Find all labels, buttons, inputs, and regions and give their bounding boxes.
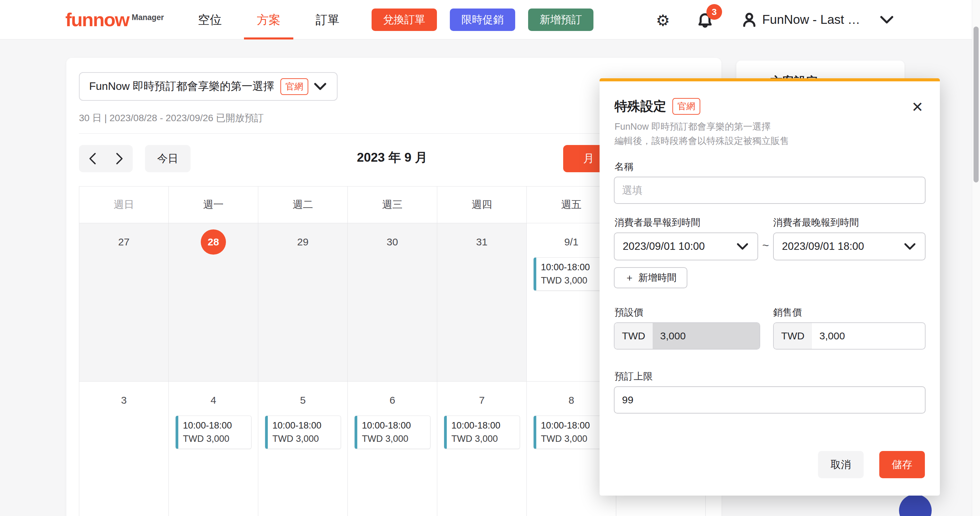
event-chip[interactable]: 10:00-18:00TWD 3,000 (265, 416, 341, 449)
event-time: 10:00-18:00 (452, 420, 520, 431)
sale-price-label: 銷售價 (773, 306, 802, 319)
event-price: TWD 3,000 (362, 434, 430, 444)
event-time: 10:00-18:00 (541, 262, 609, 272)
calendar-day-cell[interactable]: 410:00-18:00TWD 3,000 (169, 382, 258, 516)
today-date-number: 28 (201, 229, 226, 255)
date-number: 7 (469, 388, 495, 413)
chevron-down-icon (736, 242, 749, 250)
event-price: TWD 3,000 (452, 434, 520, 444)
official-site-badge: 官網 (672, 98, 700, 115)
save-button[interactable]: 儲存 (879, 451, 925, 478)
new-booking-button[interactable]: 新增預訂 (528, 8, 593, 31)
user-icon (742, 11, 757, 28)
calendar-day-cell[interactable]: 510:00-18:00TWD 3,000 (258, 382, 348, 516)
main-nav: 空位 方案 訂單 (180, 0, 357, 40)
date-number: 5 (290, 388, 315, 413)
date-number: 8 (559, 388, 584, 413)
modal-description-line2: 編輯後，該時段將會以特殊設定被獨立販售 (614, 134, 789, 148)
calendar-day-cell[interactable]: 710:00-18:00TWD 3,000 (437, 382, 527, 516)
weekday-header: 週二 (258, 186, 348, 223)
flash-promo-button[interactable]: 限時促銷 (450, 8, 515, 31)
earliest-checkin-label: 消費者最早報到時間 (614, 216, 700, 229)
event-time: 10:00-18:00 (272, 420, 340, 431)
logo-text: funnow (65, 10, 129, 29)
date-number: 4 (201, 388, 226, 413)
date-number: 31 (469, 229, 495, 255)
booking-limit-label: 預訂上限 (614, 370, 653, 383)
date-number: 3 (111, 388, 137, 413)
plan-selector-value: FunNow 即時預訂都會享樂的第一選擇 (89, 79, 274, 94)
weekday-header: 週三 (348, 186, 437, 223)
default-price-value: 3,000 (653, 323, 759, 349)
weekday-header: 週日 (79, 186, 169, 223)
calendar-day-cell[interactable]: 3 (79, 382, 169, 516)
modal-description-line1: FunNow 即時預訂都會享樂的第一選擇 (614, 119, 789, 134)
logo-manager-label: Manager (132, 13, 164, 22)
event-chip[interactable]: 10:00-18:00TWD 3,000 (444, 416, 520, 449)
close-icon[interactable]: ✕ (909, 99, 926, 115)
default-price-label: 預設價 (614, 306, 643, 319)
nav-item-orders[interactable]: 訂單 (298, 0, 357, 40)
calendar-day-cell[interactable]: 28 (169, 223, 258, 382)
special-settings-modal: 特殊設定 官網 ✕ FunNow 即時預訂都會享樂的第一選擇 編輯後，該時段將會… (600, 78, 940, 495)
cancel-button[interactable]: 取消 (818, 451, 864, 478)
event-time: 10:00-18:00 (541, 420, 609, 431)
plan-date-range-summary: 30 日 | 2023/08/28 - 2023/09/26 已開放預訂 (79, 111, 264, 124)
settings-gear-icon[interactable]: ⚙ (654, 11, 672, 29)
weekday-header: 週四 (437, 186, 527, 223)
date-number: 9/1 (559, 229, 584, 255)
event-price: TWD 3,000 (183, 434, 251, 444)
event-price: TWD 3,000 (272, 434, 340, 444)
latest-checkin-value: 2023/09/01 18:00 (782, 240, 864, 253)
earliest-checkin-select[interactable]: 2023/09/01 10:00 (614, 233, 758, 260)
calendar-day-cell[interactable]: 31 (437, 223, 527, 382)
chevron-down-icon (903, 242, 917, 250)
chevron-down-icon (879, 15, 894, 24)
nav-item-plans[interactable]: 方案 (239, 0, 298, 40)
event-chip[interactable]: 10:00-18:00TWD 3,000 (176, 416, 251, 449)
calendar-day-cell[interactable]: 30 (348, 223, 437, 382)
modal-title: 特殊設定 (614, 98, 666, 115)
official-site-badge: 官網 (280, 78, 308, 95)
add-time-label: 新增時間 (638, 271, 676, 284)
chevron-down-icon (313, 82, 327, 91)
date-number: 29 (290, 229, 315, 255)
event-chip[interactable]: 10:00-18:00TWD 3,000 (355, 416, 430, 449)
earliest-checkin-value: 2023/09/01 10:00 (623, 240, 705, 253)
name-input[interactable] (614, 177, 926, 204)
plan-selector[interactable]: FunNow 即時預訂都會享樂的第一選擇 官網 (79, 72, 337, 101)
currency-prefix: TWD (614, 323, 653, 349)
top-navbar: funnow Manager 空位 方案 訂單 兌換訂單 限時促銷 新增預訂 ⚙… (0, 0, 980, 40)
chat-fab-button[interactable] (899, 494, 932, 516)
date-number: 6 (380, 388, 405, 413)
event-time: 10:00-18:00 (183, 420, 251, 431)
default-price-field: TWD 3,000 (614, 322, 760, 350)
event-chip[interactable]: 10:00-18:00TWD 3,000 (533, 416, 609, 449)
latest-checkin-label: 消費者最晚報到時間 (773, 216, 859, 229)
date-number: 30 (380, 229, 405, 255)
page-scrollbar-thumb[interactable] (974, 27, 978, 182)
page-scrollbar-track[interactable] (972, 0, 980, 516)
currency-prefix: TWD (774, 323, 812, 349)
calendar-day-cell[interactable]: 610:00-18:00TWD 3,000 (348, 382, 437, 516)
date-number: 27 (111, 229, 137, 255)
name-field-label: 名稱 (614, 160, 633, 173)
account-menu[interactable]: FunNow - Last … (742, 0, 894, 40)
event-price: TWD 3,000 (541, 276, 609, 286)
notification-count-badge: 3 (706, 4, 722, 20)
event-price: TWD 3,000 (541, 434, 609, 444)
plus-icon: ＋ (625, 271, 634, 284)
redeem-order-button[interactable]: 兌換訂單 (372, 8, 437, 31)
nav-item-vacancy[interactable]: 空位 (180, 0, 239, 40)
booking-limit-input[interactable] (614, 386, 926, 414)
event-chip[interactable]: 10:00-18:00TWD 3,000 (533, 257, 609, 291)
add-time-button[interactable]: ＋ 新增時間 (614, 267, 687, 288)
navbar-actions: 兌換訂單 限時促銷 新增預訂 (372, 0, 593, 40)
weekday-header: 週一 (169, 186, 258, 223)
modal-footer: 取消 儲存 (818, 451, 925, 478)
calendar-day-cell[interactable]: 27 (79, 223, 169, 382)
sale-price-input[interactable]: 3,000 (812, 323, 925, 349)
funnow-logo[interactable]: funnow Manager (65, 0, 164, 40)
calendar-day-cell[interactable]: 29 (258, 223, 348, 382)
latest-checkin-select[interactable]: 2023/09/01 18:00 (773, 233, 926, 260)
